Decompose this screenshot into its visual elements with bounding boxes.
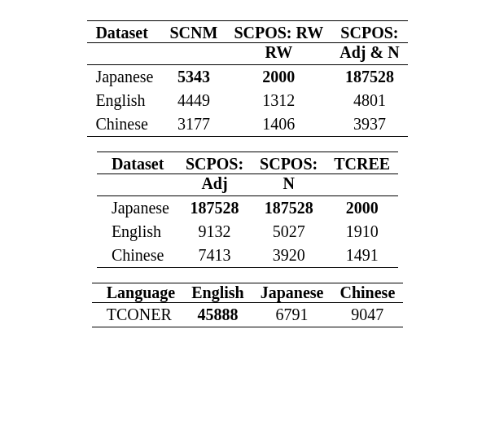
t1-h-scpos-rw: SCPOS: RW [226, 21, 331, 43]
table-row: English 4449 1312 4801 [87, 89, 407, 112]
table-1: Dataset SCNM SCPOS: RW SCPOS: RW Adj & N… [87, 20, 407, 137]
t1-r0-label: Japanese [87, 65, 161, 90]
t3-h-japanese: Japanese [252, 283, 332, 303]
t2-sh-3 [326, 174, 398, 196]
t1-r2-label: Chinese [87, 112, 161, 137]
t1-r0-c1: 5343 [161, 65, 226, 90]
t2-sh-2: N [252, 174, 326, 196]
table-2-header-row-2: Adj N [97, 174, 398, 196]
t1-sh-1 [161, 43, 226, 65]
table-3-header-row: Language English Japanese Chinese [92, 283, 404, 303]
t1-sh-2: RW [226, 43, 331, 65]
t2-r2-c1: 7413 [177, 244, 252, 268]
t1-sh-3: Adj & N [331, 43, 407, 65]
t1-r0-c3: 187528 [331, 65, 407, 90]
table-2-header-row-1: Dataset SCPOS: SCPOS: TCREE [97, 152, 398, 174]
t2-r1-label: English [97, 220, 177, 244]
table-1-header-row-1: Dataset SCNM SCPOS: RW SCPOS: [87, 21, 407, 43]
t2-r0-c1: 187528 [177, 196, 252, 221]
t1-r0-c2: 2000 [226, 65, 331, 90]
t1-h-scpos-adjn: SCPOS: [331, 21, 407, 43]
table-row: TCONER 45888 6791 9047 [92, 303, 404, 327]
t2-r0-c2: 187528 [252, 196, 326, 221]
t2-sh-0 [97, 174, 177, 196]
t3-h-english: English [183, 283, 252, 303]
t2-r0-label: Japanese [97, 196, 177, 221]
t1-h-dataset: Dataset [87, 21, 161, 43]
t2-r2-c2: 3920 [252, 244, 326, 268]
t3-r0-c3: 9047 [331, 303, 403, 327]
t2-r1-c2: 5027 [252, 220, 326, 244]
t2-h-scpos-adj: SCPOS: [177, 152, 252, 174]
table-3: Language English Japanese Chinese TCONER… [92, 283, 404, 327]
t1-h-scnm: SCNM [161, 21, 226, 43]
t2-h-dataset: Dataset [97, 152, 177, 174]
t3-h-chinese: Chinese [331, 283, 403, 303]
t2-r1-c3: 1910 [326, 220, 398, 244]
t2-r2-label: Chinese [97, 244, 177, 268]
table-1-header-row-2: RW Adj & N [87, 43, 407, 65]
t1-r2-c2: 1406 [226, 112, 331, 137]
t1-sh-0 [87, 43, 161, 65]
table-row: Chinese 7413 3920 1491 [97, 244, 398, 268]
t1-r1-c3: 4801 [331, 89, 407, 112]
t3-r0-label: TCONER [92, 303, 183, 327]
t1-r2-c1: 3177 [161, 112, 226, 137]
t2-h-tcree: TCREE [326, 152, 398, 174]
t3-r0-c2: 6791 [252, 303, 332, 327]
table-row: Japanese 5343 2000 187528 [87, 65, 407, 90]
t1-r1-c2: 1312 [226, 89, 331, 112]
t2-sh-1: Adj [177, 174, 252, 196]
t2-r1-c1: 9132 [177, 220, 252, 244]
t2-h-scpos-n: SCPOS: [252, 152, 326, 174]
t1-r2-c3: 3937 [331, 112, 407, 137]
table-2: Dataset SCPOS: SCPOS: TCREE Adj N Japane… [97, 152, 398, 268]
t1-r1-label: English [87, 89, 161, 112]
t2-r2-c3: 1491 [326, 244, 398, 268]
t2-r0-c3: 2000 [326, 196, 398, 221]
t3-r0-c1: 45888 [183, 303, 252, 327]
table-row: English 9132 5027 1910 [97, 220, 398, 244]
t1-r1-c1: 4449 [161, 89, 226, 112]
table-row: Chinese 3177 1406 3937 [87, 112, 407, 137]
t3-h-language: Language [92, 283, 183, 303]
table-row: Japanese 187528 187528 2000 [97, 196, 398, 221]
